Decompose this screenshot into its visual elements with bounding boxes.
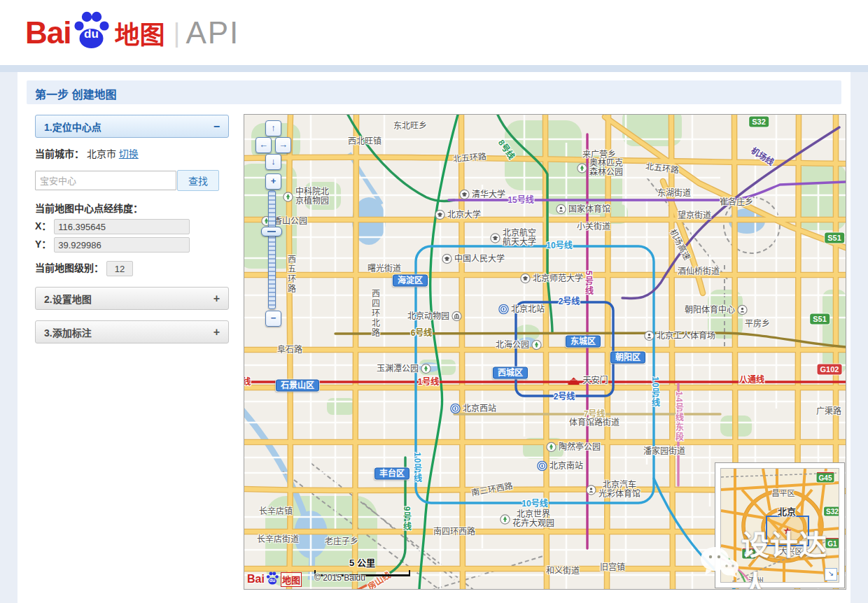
search-input[interactable] [35,171,176,190]
zoom-slider-handle[interactable] [261,227,282,236]
map-level-row: 当前地图级别： [35,260,133,276]
label-text: 望京街道 [678,211,711,220]
x-coordinate-field[interactable] [54,219,190,234]
subway-line-label: 7号线 [584,410,606,419]
district-badge: 石景山区 [276,380,319,392]
panel-locate-center-header[interactable]: 1.定位中心点 − [35,115,229,138]
label-text: 东湖街道 [657,189,691,198]
label-text: 旧宫镇 [600,563,625,572]
subway-line-label: 1号线 [418,378,440,387]
label-text: 北海公园 [496,341,529,350]
univ-icon [490,233,500,243]
map-canvas[interactable]: ↑ ← → ↓ + − 5 公里 © 2015 Baidu Bai du [244,114,846,590]
expand-icon[interactable]: + [214,326,220,339]
label-text: 北京南站 [550,462,583,471]
label-text: 玉渊潭公园 [377,364,419,374]
label-text: 清华大学 [472,190,505,199]
switch-city-link[interactable]: 切换 [119,148,139,159]
label-text: 10号线 [412,452,421,483]
map-logo-bai: Bai [247,573,265,586]
label-text: 北京师范大学 [533,274,583,283]
univ-icon [435,210,445,220]
poi-label: 朝阳体育中心 [685,305,748,315]
park-icon [577,163,587,173]
label-text: 小关街道 [577,222,610,232]
stadium-icon [556,204,566,215]
poi-label: 北京西站 [450,404,496,414]
label-text: 奥林匹克 森林公园 [589,159,623,177]
label-text: 9号线 [402,506,411,532]
subway-line-label: 10号线 [650,376,659,408]
expand-icon[interactable]: + [214,292,220,305]
station-icon [450,404,461,414]
poi-label: 北京动物园 [407,311,462,322]
place-label: 潘家园街道 [643,447,685,456]
watermark: 设计达人 [698,541,846,585]
place-label: 曙光街道 [368,264,401,274]
label-text: 天安门 [582,376,608,385]
label-text: 1号线 [418,378,440,387]
pan-right-button[interactable]: → [275,137,291,153]
place-label: 西北旺镇 [348,137,382,146]
step-title-strip [27,80,841,104]
label-text: 朝阳体育中心 [685,306,735,315]
zoom-in-button[interactable]: + [265,173,281,190]
find-button[interactable]: 查找 [177,170,219,191]
road-label: 西四环北路 [370,289,379,338]
label-text: 八通线 [739,376,764,385]
label-text: 北京北站 [511,305,545,314]
coords-label: 当前地图中心点经纬度： [35,201,143,215]
label-text: 体育馆路街道 [569,418,620,427]
label-text: 中国人民大学 [454,255,505,264]
label-text: 潘家园街道 [643,447,685,456]
park-icon [500,514,510,525]
y-coordinate-field[interactable] [54,237,190,253]
subway-line-label: 八通线 [739,376,764,385]
step-title: 第一步 创建地图 [35,85,116,102]
current-city-label: 当前城市： [35,148,84,159]
map-level-field[interactable] [106,261,133,276]
panel-add-marker-header[interactable]: 3.添加标注 + [35,320,229,343]
zoom-out-button[interactable]: − [265,311,281,327]
district-badge: 丰台区 [374,468,410,480]
univ-icon [459,190,470,200]
baidu-paw-icon: du [71,9,111,52]
road-shield: S51 [825,233,844,243]
poi-label: 北京世界 花卉大观园 [500,510,554,528]
pan-up-button[interactable]: ↑ [265,120,281,136]
collapse-icon[interactable]: − [214,120,220,133]
watermark-text: 设计达人 [741,523,846,590]
label-text: 长辛店镇 [259,507,293,516]
minimap-place-label: 昌平区 [772,487,795,498]
road-shield: G102 [818,364,842,375]
label-text: G102 [820,364,839,375]
label-text: 石景山区 [281,381,314,390]
label-text: 曙光街道 [368,264,401,274]
label-text: 崔各庄乡 [720,198,753,207]
district-badge: 西城区 [493,367,528,379]
label-text: 北京动物园 [407,312,449,321]
label-text: S32 [752,117,766,127]
baidu-maps-logo: Bai du 地图 | API [25,10,239,56]
place-label: 平房乡 [745,320,770,329]
y-row: Y： [35,236,190,253]
label-text: 北京世界 花卉大观园 [512,510,554,528]
poi-label: 北京工人体育场 [644,331,715,341]
pan-down-button[interactable]: ↓ [265,154,281,170]
place-label: 老庄子乡 [325,537,358,546]
label-text: 北京汽车 光彩体育馆 [598,481,640,499]
place-label: 酒仙桥街道 [678,267,720,276]
pan-left-button[interactable]: ← [255,137,272,153]
poi-label: 北京航空 航天大学 [490,229,536,247]
place-label: 东北旺乡 [393,122,427,131]
zoom-slider[interactable] [268,190,276,309]
current-city-value: 北京市 [87,148,116,159]
poi-label: 国家体育馆 [556,204,610,215]
road-shield: S51 [810,314,830,325]
label-text: 丰台区 [379,469,405,478]
baidu-map-logo: Bai du 地图 [247,571,302,588]
subway-line-label: 5号线 [584,271,593,297]
place-label: 小关街道 [577,222,610,232]
panel-set-map-header[interactable]: 2.设置地图 + [35,287,229,310]
road-shield: S32 [824,507,839,516]
